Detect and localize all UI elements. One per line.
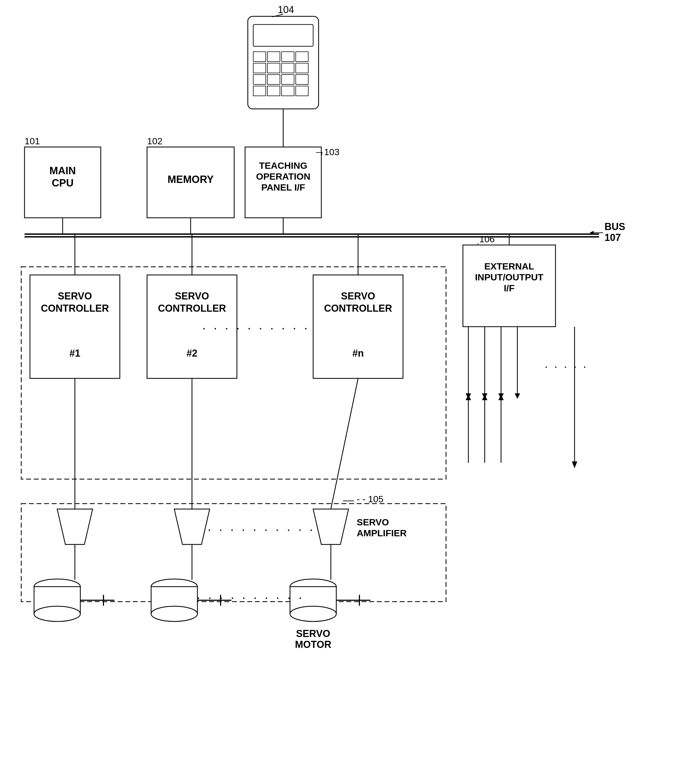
svg-text:101: 101: [25, 136, 40, 146]
svg-text:I/F: I/F: [504, 283, 515, 293]
svg-rect-10: [253, 74, 266, 84]
svg-text:CONTROLLER: CONTROLLER: [158, 303, 226, 314]
svg-marker-112: [465, 395, 471, 400]
svg-text:106: 106: [479, 234, 495, 244]
svg-point-90: [151, 606, 197, 622]
svg-text:BUS: BUS: [605, 221, 625, 232]
svg-text:#2: #2: [187, 347, 197, 359]
svg-point-84: [34, 606, 80, 622]
svg-marker-110: [515, 394, 520, 399]
svg-text:107: 107: [605, 232, 621, 243]
svg-text:- - 105: - - 105: [357, 494, 383, 504]
svg-text:MOTOR: MOTOR: [295, 639, 331, 650]
svg-text:MEMORY: MEMORY: [167, 174, 214, 185]
svg-text:PANEL I/F: PANEL I/F: [261, 182, 305, 192]
svg-rect-5: [296, 52, 308, 61]
svg-text:TEACHING: TEACHING: [259, 160, 307, 171]
svg-rect-3: [267, 52, 280, 61]
svg-rect-15: [267, 86, 280, 96]
svg-text:· · · · · · · · · ·: · · · · · · · · · ·: [197, 590, 305, 604]
svg-text:103: 103: [324, 147, 340, 157]
svg-text:· · · · · · · · · ·: · · · · · · · · · ·: [202, 321, 310, 335]
svg-text:SERVO: SERVO: [175, 291, 209, 302]
svg-text:SERVO: SERVO: [58, 291, 92, 302]
svg-text:AMPLIFIER: AMPLIFIER: [357, 528, 407, 538]
svg-rect-11: [267, 74, 280, 84]
svg-rect-16: [282, 86, 294, 96]
svg-rect-6: [253, 63, 266, 73]
svg-rect-4: [282, 52, 294, 61]
svg-rect-8: [282, 63, 294, 73]
svg-text:SERVO: SERVO: [296, 628, 330, 639]
svg-text:102: 102: [147, 136, 162, 146]
svg-text:EXTERNAL: EXTERNAL: [484, 261, 534, 271]
svg-text:MAIN: MAIN: [49, 165, 76, 176]
svg-text:· · · · · · · · · ·: · · · · · · · · · ·: [208, 522, 315, 536]
svg-rect-12: [282, 74, 294, 84]
svg-text:INPUT/OUTPUT: INPUT/OUTPUT: [475, 272, 543, 282]
svg-rect-7: [267, 63, 280, 73]
svg-text:CONTROLLER: CONTROLLER: [324, 303, 392, 314]
svg-point-96: [290, 606, 336, 622]
svg-rect-2: [253, 52, 266, 61]
svg-text:CPU: CPU: [52, 177, 73, 189]
svg-rect-9: [296, 63, 308, 73]
svg-marker-119: [572, 461, 577, 468]
svg-rect-1: [253, 25, 313, 46]
svg-text:CONTROLLER: CONTROLLER: [41, 303, 109, 314]
svg-rect-17: [296, 86, 308, 96]
svg-rect-13: [296, 74, 308, 84]
svg-text:OPERATION: OPERATION: [256, 171, 310, 182]
svg-marker-114: [482, 395, 487, 400]
svg-text:SERVO: SERVO: [341, 291, 375, 302]
svg-text:#1: #1: [70, 347, 80, 359]
ref-104-label: 104: [278, 4, 294, 15]
svg-text:· · · · ·: · · · · ·: [545, 360, 588, 373]
svg-rect-14: [253, 86, 266, 96]
diagram: 104 MAIN CPU 101 MEMORY 102 TEACHING OPE…: [0, 0, 699, 784]
svg-marker-116: [498, 395, 504, 400]
svg-text:SERVO: SERVO: [357, 517, 389, 527]
svg-text:#n: #n: [352, 347, 364, 359]
